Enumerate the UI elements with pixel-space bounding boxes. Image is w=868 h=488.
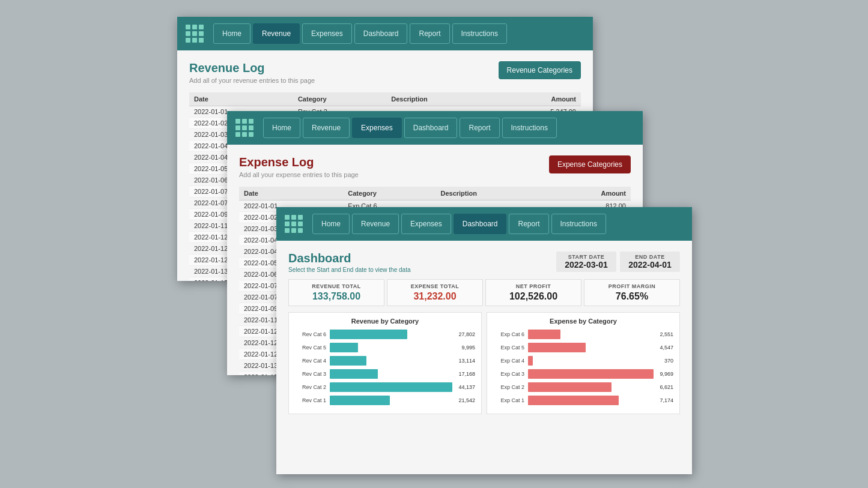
bar-row: Exp Cat 1 7,174 (493, 396, 673, 405)
bar-fill (330, 343, 358, 352)
nav-home-dash[interactable]: Home (312, 214, 350, 234)
bar-value: 44,137 (458, 384, 475, 390)
revenue-total-metric: REVENUE TOTAL 133,758.00 (288, 279, 384, 306)
nav-instructions[interactable]: Instructions (452, 23, 507, 44)
start-date-value: 2022-03-01 (563, 260, 609, 270)
expense-chart: Expense by Category Exp Cat 6 2,551 Exp … (487, 312, 680, 414)
bar-track (330, 382, 452, 392)
bar-track (528, 369, 654, 379)
bar-row: Rev Cat 4 13,114 (295, 356, 475, 366)
nav-dashboard-dash[interactable]: Dashboard (454, 214, 507, 234)
app-logo-exp (232, 115, 257, 140)
nav-instructions-dash[interactable]: Instructions (551, 214, 606, 234)
bar-value: 370 (664, 358, 673, 364)
start-date-label: START DATE (563, 254, 609, 260)
bar-track (528, 330, 654, 339)
charts-row: Revenue by Category Rev Cat 6 27,802 Rev… (288, 312, 680, 414)
bar-row: Rev Cat 6 27,802 (295, 330, 475, 339)
revenue-bars: Rev Cat 6 27,802 Rev Cat 5 9,995 Rev Cat… (295, 330, 475, 405)
bar-label: Rev Cat 2 (295, 384, 326, 390)
metrics-row: REVENUE TOTAL 133,758.00 EXPENSE TOTAL 3… (288, 279, 680, 306)
revenue-total-value: 133,758.00 (294, 291, 379, 302)
revenue-nav: Home Revenue Expenses Dashboard Report I… (177, 17, 593, 50)
dashboard-nav: Home Revenue Expenses Dashboard Report I… (276, 207, 692, 241)
bar-label: Exp Cat 4 (493, 358, 524, 364)
date-selectors: START DATE 2022-03-01 END DATE 2022-04-0… (556, 252, 680, 272)
nav-dashboard-exp[interactable]: Dashboard (404, 118, 458, 138)
nav-dashboard[interactable]: Dashboard (354, 23, 408, 44)
bar-label: Exp Cat 3 (493, 371, 524, 377)
start-date-box[interactable]: START DATE 2022-03-01 (556, 252, 616, 272)
dashboard-title-block: Dashboard Select the Start and End date … (288, 252, 410, 273)
revenue-total-label: REVENUE TOTAL (294, 283, 379, 289)
bar-fill (330, 330, 407, 339)
nav-expenses-exp[interactable]: Expenses (352, 118, 402, 138)
bar-fill (528, 356, 533, 366)
nav-revenue[interactable]: Revenue (253, 23, 300, 44)
dashboard-page-content: Dashboard Select the Start and End date … (276, 241, 692, 474)
exp-col-description: Description (436, 187, 545, 200)
expense-page-title: Expense Log (239, 155, 359, 169)
bar-row: Rev Cat 5 9,995 (295, 343, 475, 352)
end-date-box[interactable]: END DATE 2022-04-01 (620, 252, 680, 272)
expense-header: Expense Log Add all your expense entries… (239, 155, 631, 178)
net-profit-label: NET PROFIT (491, 283, 576, 289)
dashboard-subtitle: Select the Start and End date to view th… (288, 267, 410, 273)
expense-bars: Exp Cat 6 2,551 Exp Cat 5 4,547 Exp Cat … (493, 330, 673, 405)
bar-label: Exp Cat 1 (493, 397, 524, 403)
nav-home[interactable]: Home (213, 23, 250, 44)
dashboard-header: Dashboard Select the Start and End date … (288, 252, 680, 273)
expense-total-metric: EXPENSE TOTAL 31,232.00 (387, 279, 483, 306)
bar-value: 13,114 (458, 358, 475, 364)
bar-label: Rev Cat 4 (295, 358, 326, 364)
nav-report-dash[interactable]: Report (509, 214, 548, 234)
revenue-categories-button[interactable]: Revenue Categories (499, 61, 581, 79)
bar-row: Exp Cat 6 2,551 (493, 330, 673, 339)
expense-total-label: EXPENSE TOTAL (392, 283, 478, 289)
expense-categories-button[interactable]: Expense Categories (549, 155, 631, 173)
nav-revenue-dash[interactable]: Revenue (352, 214, 399, 234)
app-logo (182, 21, 207, 46)
expense-title-block: Expense Log Add all your expense entries… (239, 155, 359, 178)
bar-label: Rev Cat 6 (295, 331, 326, 337)
expense-nav: Home Revenue Expenses Dashboard Report I… (227, 111, 643, 145)
bar-value: 2,551 (660, 331, 673, 337)
col-date: Date (189, 92, 293, 106)
dashboard-window: Home Revenue Expenses Dashboard Report I… (276, 207, 692, 474)
bar-track (528, 396, 654, 405)
app-logo-dash (281, 211, 306, 236)
bar-value: 27,802 (458, 331, 475, 337)
bar-value: 21,542 (458, 397, 475, 403)
bar-label: Rev Cat 5 (295, 345, 326, 351)
bar-track (330, 369, 452, 379)
revenue-page-subtitle: Add all of your revenue entries to this … (189, 77, 315, 84)
nav-report-exp[interactable]: Report (460, 118, 499, 138)
profit-margin-metric: PROFIT MARGIN 76.65% (584, 279, 680, 306)
net-profit-value: 102,526.00 (491, 291, 576, 302)
bar-value: 6,621 (660, 384, 673, 390)
bar-value: 7,174 (660, 397, 673, 403)
nav-revenue-exp[interactable]: Revenue (303, 118, 350, 138)
bar-fill (528, 396, 619, 405)
profit-margin-value: 76.65% (589, 291, 675, 302)
bar-fill (528, 330, 560, 339)
bar-label: Exp Cat 6 (493, 331, 524, 337)
bar-value: 9,995 (461, 345, 475, 351)
nav-expenses-dash[interactable]: Expenses (401, 214, 451, 234)
bar-value: 17,168 (458, 371, 475, 377)
col-description: Description (386, 92, 496, 106)
bar-fill (330, 382, 452, 392)
revenue-page-title: Revenue Log (189, 61, 315, 75)
nav-instructions-exp[interactable]: Instructions (502, 118, 557, 138)
nav-report[interactable]: Report (410, 23, 449, 44)
nav-expenses[interactable]: Expenses (302, 23, 352, 44)
bar-row: Exp Cat 2 6,621 (493, 382, 673, 392)
exp-col-amount: Amount (546, 187, 631, 200)
bar-row: Rev Cat 3 17,168 (295, 369, 475, 379)
bar-fill (330, 396, 390, 405)
bar-label: Exp Cat 2 (493, 384, 524, 390)
expense-total-value: 31,232.00 (392, 291, 478, 302)
bar-fill (528, 343, 586, 352)
nav-home-exp[interactable]: Home (263, 118, 300, 138)
exp-col-category: Category (343, 187, 436, 200)
